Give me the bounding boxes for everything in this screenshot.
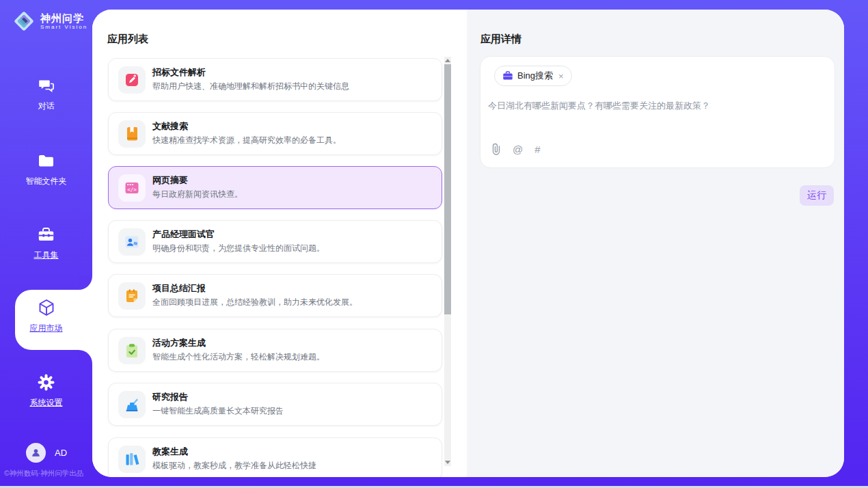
app-name: 产品经理面试官 — [152, 228, 215, 241]
sidebar-item-app-market[interactable]: 应用市场 — [0, 298, 92, 334]
app-description: 快速精准查找学术资源，提高研究效率的必备工具。 — [152, 135, 341, 146]
app-name: 项目总结汇报 — [152, 282, 206, 295]
sidebar-item-toolbox[interactable]: 工具集 — [0, 226, 92, 261]
app-detail-title: 应用详情 — [480, 33, 521, 46]
ink-quill-icon — [124, 396, 140, 413]
svg-text:</>: </> — [127, 187, 137, 193]
app-card-research-report[interactable]: 研究报告 一键智能生成高质量长文本研究报告 — [108, 383, 442, 426]
scrollbar-thumb[interactable] — [444, 64, 451, 314]
tool-tag-bing-search[interactable]: Bing搜索 × — [494, 66, 572, 86]
app-card-pm-interviewer[interactable]: 产品经理面试官 明确身份和职责，为您提供专业性的面试问题。 — [108, 220, 442, 263]
user-account[interactable]: AD — [26, 443, 67, 463]
app-name: 研究报告 — [152, 391, 188, 403]
app-name: 活动方案生成 — [152, 337, 206, 349]
prompt-card: Bing搜索 × 今日湖北有哪些新闻要点？有哪些需要关注的最新政策？ @ # — [480, 56, 835, 168]
app-name: 招标文件解析 — [152, 66, 206, 79]
app-icon-tile: </> — [118, 174, 146, 202]
app-description: 智能生成个性化活动方案，轻松解决规划难题。 — [152, 351, 325, 363]
run-button[interactable]: 运行 — [800, 185, 834, 206]
app-description: 每日政府新闻资讯快查。 — [152, 189, 243, 200]
app-name: 教案生成 — [152, 446, 188, 458]
active-blob-fillet-top — [79, 276, 92, 290]
brand-name: 神州问学 — [40, 12, 87, 24]
app-icon-tile — [118, 337, 146, 364]
gear-icon — [37, 373, 55, 392]
user-name: AD — [55, 448, 67, 458]
hash-icon[interactable]: # — [534, 144, 540, 155]
diamond-logo-icon — [12, 10, 36, 33]
app-icon-tile — [118, 228, 146, 256]
app-card-event-plan[interactable]: 活动方案生成 智能生成个性化活动方案，轻松解决规划难题。 — [108, 329, 442, 372]
sidebar: 神州问学 Smart Vision 对话 智能文件夹 工具集 — [0, 0, 92, 488]
app-card-lesson-plan[interactable]: 教案生成 模板驱动，教案秒成，教学准备从此轻松快捷 — [108, 437, 442, 477]
prompt-input[interactable]: 今日湖北有哪些新闻要点？有哪些需要关注的最新政策？ — [488, 99, 822, 113]
toolbox-icon — [37, 226, 55, 244]
app-description: 一键智能生成高质量长文本研究报告 — [152, 405, 284, 417]
brand-tagline: Smart Vision — [40, 24, 87, 30]
app-card-webpage-summary[interactable]: </> 网页摘要 每日政府新闻资讯快查。 — [108, 166, 442, 209]
main-content: 应用列表 招标文件解析 帮助用户快速、准确地理解和解析招标书中的关键信息 — [92, 10, 844, 477]
clipboard-check-icon — [124, 342, 140, 359]
app-description: 明确身份和职责，为您提供专业性的面试问题。 — [152, 243, 325, 254]
avatar — [26, 443, 46, 463]
document-edit-icon — [124, 72, 140, 88]
sidebar-item-settings[interactable]: 系统设置 — [0, 373, 92, 409]
app-icon-tile — [118, 282, 146, 310]
tag-close-icon[interactable]: × — [558, 71, 564, 81]
app-name: 文献搜索 — [152, 120, 188, 133]
cube-icon — [37, 298, 56, 317]
mention-icon[interactable]: @ — [513, 144, 523, 155]
attachment-toolbar: @ # — [491, 143, 541, 155]
sidebar-item-label: 智能文件夹 — [26, 176, 67, 186]
list-scrollbar[interactable] — [444, 57, 451, 466]
sidebar-item-label: 应用市场 — [30, 323, 63, 333]
sidebar-item-label: 对话 — [38, 101, 55, 111]
scroll-up-arrow[interactable] — [445, 59, 450, 62]
sticky-note-icon — [124, 288, 140, 304]
sidebar-item-label: 系统设置 — [30, 398, 63, 407]
app-list-title: 应用列表 — [107, 33, 148, 46]
paperclip-icon[interactable] — [491, 143, 501, 155]
books-icon — [124, 451, 140, 467]
sidebar-item-chat[interactable]: 对话 — [0, 77, 92, 112]
app-description: 模板驱动，教案秒成，教学准备从此轻松快捷 — [152, 460, 316, 472]
sidebar-item-smart-folder[interactable]: 智能文件夹 — [0, 152, 92, 187]
app-name: 网页摘要 — [152, 174, 188, 187]
active-blob-fillet-bottom — [79, 350, 92, 364]
app-description: 帮助用户快速、准确地理解和解析招标书中的关键信息 — [152, 81, 349, 92]
app-list-panel: 应用列表 招标文件解析 帮助用户快速、准确地理解和解析招标书中的关键信息 — [92, 10, 467, 477]
app-detail-panel: 应用详情 Bing搜索 × 今日湖北有哪些新闻要点？有哪些需要关注的最新政策？ … — [467, 10, 844, 477]
app-card-bid-document-parse[interactable]: 招标文件解析 帮助用户快速、准确地理解和解析招标书中的关键信息 — [108, 58, 442, 101]
briefcase-icon — [502, 70, 513, 81]
sidebar-item-label: 工具集 — [34, 250, 59, 260]
brand-logo: 神州问学 Smart Vision — [12, 10, 87, 33]
app-icon-tile — [118, 446, 146, 473]
app-card-project-summary[interactable]: 项目总结汇报 全面回顾项目进展，总结经验教训，助力未来优化发展。 — [108, 274, 442, 317]
browser-code-icon: </> — [124, 180, 140, 196]
app-icon-tile — [118, 66, 146, 94]
copyright-text: ©神州数码·神州问学出品 — [4, 469, 83, 478]
chat-icon — [37, 77, 55, 95]
folder-icon — [37, 152, 55, 170]
app-card-literature-search[interactable]: 文献搜索 快速精准查找学术资源，提高研究效率的必备工具。 — [108, 112, 442, 155]
app-description: 全面回顾项目进展，总结经验教训，助力未来优化发展。 — [152, 297, 357, 308]
app-icon-tile — [118, 120, 146, 148]
interviewer-icon — [124, 234, 140, 250]
app-icon-tile — [118, 391, 146, 418]
tool-tag-label: Bing搜索 — [517, 70, 553, 82]
person-icon — [31, 448, 41, 458]
book-icon — [124, 126, 140, 142]
scroll-down-arrow[interactable] — [445, 461, 450, 464]
